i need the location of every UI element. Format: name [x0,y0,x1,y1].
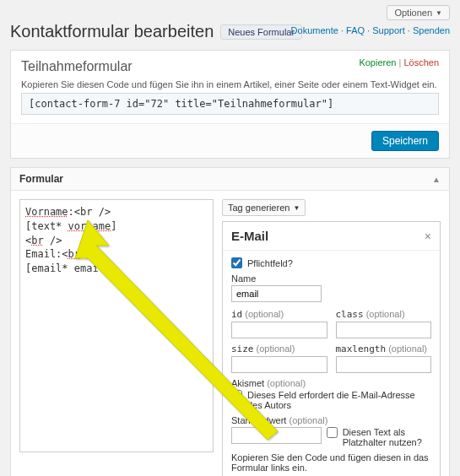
required-checkbox[interactable] [231,257,242,268]
tag-generator-panel: E-Mail × Pflichtfeld? Name id [222,221,441,476]
form-info-panel: Teilnahmeformular Kopieren | Löschen Kop… [10,50,450,159]
copy-code-desc: Kopieren Sie den Code und fügen diesen i… [231,452,431,473]
screen-options-button[interactable]: Optionen ▼ [387,5,450,20]
help-links: Dokumente · FAQ · Support · Spenden [291,25,450,35]
size-field[interactable] [231,356,327,373]
options-label: Optionen [394,8,432,18]
maxlength-field[interactable] [336,356,432,373]
name-field[interactable] [231,285,322,302]
save-button[interactable]: Speichern [371,131,439,151]
chevron-down-icon: ▼ [436,9,442,17]
support-link[interactable]: Support [372,25,405,35]
new-form-button[interactable]: Neues Formular [220,24,302,40]
shortcode-desc: Kopieren Sie diesen Code und fügen Sie i… [21,79,439,89]
form-section: Formular ▲ Vorname:<br />[text* vorname]… [10,167,450,476]
copy-link[interactable]: Kopieren [359,57,396,68]
form-editor[interactable]: Vorname:<br />[text* vorname]<br />Email… [19,199,214,452]
class-field[interactable] [336,322,432,338]
donate-link[interactable]: Spenden [413,25,450,35]
collapse-toggle-icon[interactable]: ▲ [432,175,441,184]
doc-link[interactable]: Dokumente [291,25,338,35]
name-label: Name [231,273,431,284]
placeholder-checkbox[interactable] [327,427,338,438]
akismet-desc: Dieses Feld erfordert die E-Mail-Adresse… [247,390,431,410]
chevron-down-icon: ▼ [293,204,300,212]
delete-link[interactable]: Löschen [403,57,439,68]
tag-type-title: E-Mail [231,229,268,243]
close-icon[interactable]: × [425,230,431,243]
required-label: Pflichtfeld? [247,258,293,268]
akismet-checkbox[interactable] [231,390,242,401]
faq-link[interactable]: FAQ [346,25,365,35]
id-field[interactable] [231,322,327,338]
default-field[interactable] [231,427,322,444]
section-title: Formular [19,173,63,185]
shortcode-field[interactable] [21,93,439,115]
placeholder-desc: Diesen Text als Platzhalter nutzen? [343,427,431,447]
tag-generator-dropdown[interactable]: Tag generieren ▼ [222,199,306,216]
